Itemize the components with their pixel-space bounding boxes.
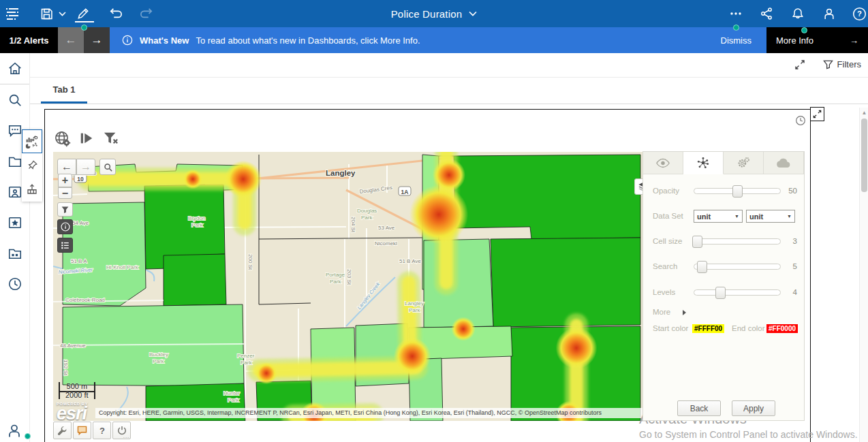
edit-pencil-icon[interactable] <box>75 5 91 22</box>
info-icon <box>122 35 133 46</box>
sidebar-item-recent[interactable] <box>0 268 30 299</box>
map-filter-button[interactable] <box>57 202 73 217</box>
opacity-slider-thumb[interactable] <box>732 185 743 198</box>
dataset-select-2-value: unit <box>749 212 763 221</box>
dashboard-title[interactable]: Police Duration <box>391 8 463 20</box>
map-label: Park <box>330 279 341 285</box>
alert-prev-button[interactable]: ← <box>58 27 84 53</box>
search-slider-thumb[interactable] <box>697 261 707 273</box>
alert-next-button[interactable]: → <box>84 27 110 53</box>
flyout-pin-button[interactable] <box>22 153 42 177</box>
question-icon: ? <box>98 426 106 435</box>
coachmark-dot-moreinfo[interactable] <box>801 27 807 33</box>
help-icon[interactable]: ? <box>851 5 867 22</box>
opacity-slider[interactable] <box>694 188 781 194</box>
alert-message-area: What's New To read about what's new in D… <box>110 27 766 53</box>
search-slider[interactable] <box>694 264 781 270</box>
main-menu-icon[interactable] <box>5 5 22 22</box>
widgets-flyout <box>22 129 42 202</box>
redo-icon[interactable] <box>138 5 155 22</box>
apply-button[interactable]: Apply <box>732 400 775 416</box>
cellsize-slider[interactable] <box>694 238 781 244</box>
share-icon[interactable] <box>758 5 775 22</box>
levels-slider[interactable] <box>694 289 781 296</box>
svg-text:1A: 1A <box>401 189 409 195</box>
more-info-arrow-icon: → <box>850 35 858 46</box>
title-chevron-down-icon[interactable] <box>469 11 477 16</box>
scrollbar-up-arrow[interactable]: ▲ <box>860 108 868 117</box>
back-button[interactable]: Back <box>677 400 721 416</box>
map-forward-button[interactable]: → <box>76 159 95 175</box>
user-profile-icon[interactable] <box>821 5 837 22</box>
vertical-scrollbar[interactable]: ▲ <box>859 108 868 442</box>
heat-hotspot <box>556 328 598 369</box>
widget-tools-button[interactable] <box>53 422 72 439</box>
widget-power-button[interactable]: ... <box>112 422 131 439</box>
map-settings-globe-icon[interactable] <box>53 129 71 147</box>
play-steps-icon[interactable] <box>78 129 95 147</box>
dataset-select-2[interactable]: unit▼ <box>746 210 795 223</box>
map-label: 51 B Ave <box>399 258 421 264</box>
person-icon <box>7 422 23 439</box>
flyout-visualizations-button[interactable] <box>22 129 42 153</box>
power-dots: ... <box>123 433 130 439</box>
levels-slider-thumb[interactable] <box>715 287 726 299</box>
cellsize-slider-thumb[interactable] <box>692 236 702 248</box>
coachmark-dot-edit[interactable] <box>81 25 87 31</box>
widget-comment-button[interactable] <box>73 422 91 439</box>
widget-clock-icon[interactable] <box>795 115 806 129</box>
dismiss-button[interactable]: Dismiss <box>721 35 752 46</box>
flyout-upload-button[interactable] <box>22 177 42 201</box>
sidebar-item-favorites[interactable] <box>0 207 30 238</box>
more-actions-icon[interactable] <box>728 5 744 22</box>
opacity-value: 50 <box>788 187 797 195</box>
map-label: 204 St <box>350 217 356 233</box>
map-canvas[interactable]: 101A Langley56 AvenueDouglas CresDouglas… <box>53 152 642 421</box>
start-color-chip[interactable]: #FFFF00 <box>692 324 724 333</box>
dataset-select-1[interactable]: unit▼ <box>694 210 743 223</box>
map-label: Nicomekl <box>375 240 397 247</box>
profile-coachmark[interactable] <box>7 422 31 439</box>
sidebar-item-team-content[interactable] <box>0 238 30 268</box>
search-value: 5 <box>793 262 797 270</box>
save-button[interactable] <box>38 5 55 22</box>
map-legend-button[interactable] <box>57 238 73 253</box>
map-graphic: 101A Langley56 AvenueDouglas CresDouglas… <box>53 152 642 421</box>
filters-button[interactable]: Filters <box>823 59 861 69</box>
panel-tab-cluster[interactable] <box>683 152 724 174</box>
panel-tab-settings[interactable] <box>724 152 764 174</box>
map-label: 192 St <box>63 360 69 376</box>
more-arrow-icon[interactable] <box>683 310 686 315</box>
coachmark-dot-profile[interactable] <box>25 433 31 439</box>
expand-dashboard-icon[interactable] <box>794 59 805 73</box>
levels-row: Levels 4 <box>643 286 804 301</box>
map-label: Park <box>228 397 239 403</box>
map-label: Langley <box>405 300 424 306</box>
layers-panel-handle[interactable] <box>634 178 642 195</box>
widget-expand-button[interactable] <box>810 107 824 121</box>
sidebar-item-search[interactable] <box>0 84 30 115</box>
end-color-chip[interactable]: #FF0000 <box>766 324 798 333</box>
more-expander[interactable]: More <box>653 308 670 316</box>
map-zoom-out-button[interactable]: − <box>58 187 72 199</box>
notifications-bell-icon[interactable] <box>790 5 806 22</box>
scrollbar-thumb[interactable] <box>861 119 867 192</box>
panel-tab-visibility[interactable] <box>643 152 683 174</box>
clear-filter-icon[interactable] <box>102 129 120 147</box>
map-info-button[interactable] <box>57 219 73 234</box>
map-back-button[interactable]: ← <box>57 159 76 175</box>
sidebar-item-home[interactable] <box>0 53 30 84</box>
dataset-select-1-value: unit <box>697 212 711 221</box>
map-search-button[interactable] <box>99 159 116 175</box>
more-info-button[interactable]: More Info → <box>766 27 868 53</box>
application-window: Police Duration ? 1/2 Alerts ← → What's … <box>0 0 868 442</box>
coachmark-dot-more[interactable] <box>733 25 739 31</box>
save-menu-chevron-icon[interactable] <box>57 5 67 22</box>
panel-tab-basemap[interactable] <box>764 152 804 174</box>
map-label: Park <box>191 222 203 228</box>
undo-icon[interactable] <box>108 5 124 22</box>
tab-1[interactable]: Tab 1 <box>41 78 87 104</box>
widget-help-button[interactable]: ? <box>93 422 111 439</box>
esri-logo: POWERED BY esri <box>57 402 88 421</box>
map-zoom-in-button[interactable]: + <box>58 174 72 187</box>
